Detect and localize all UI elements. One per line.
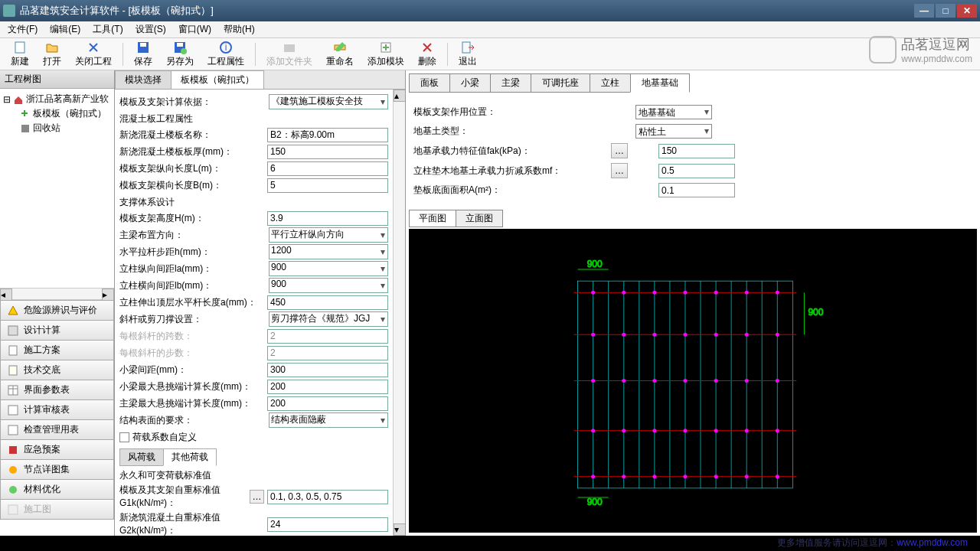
minimize-button[interactable]: — — [914, 4, 934, 18]
load-tab-wind[interactable]: 风荷载 — [119, 448, 164, 466]
nav-audit[interactable]: 计算审核表 — [0, 400, 114, 420]
rf-soil-select[interactable]: 粘性土 — [635, 124, 712, 139]
menu-settings[interactable]: 设置(S) — [131, 21, 171, 37]
menu-edit[interactable]: 编辑(E) — [45, 21, 85, 37]
cad-canvas[interactable]: 900 900 900 — [409, 229, 977, 533]
svg-point-48 — [776, 291, 779, 295]
nav-hazard[interactable]: 危险源辨识与评价 — [0, 300, 114, 321]
tb-new[interactable]: 新建 — [5, 39, 35, 70]
toolbar: 新建 打开 关闭工程 保存 另存为 i工程属性 添加文件夹 重命名 添加模块 删… — [0, 38, 980, 70]
nav-params[interactable]: 界面参数表 — [0, 380, 114, 400]
tb-saveas[interactable]: 另存为 — [160, 39, 200, 70]
rtab-xl[interactable]: 小梁 — [449, 73, 491, 93]
step-select[interactable]: 1200 — [269, 244, 388, 259]
rf-area-input[interactable] — [658, 183, 735, 197]
nav-inspect[interactable]: 检查管理用表 — [0, 420, 114, 440]
close-button[interactable]: ✕ — [957, 4, 977, 18]
rf-fak-btn[interactable]: … — [611, 143, 628, 158]
svg-point-69 — [776, 429, 779, 432]
g2-input[interactable] — [267, 517, 388, 532]
g1-input[interactable] — [267, 490, 388, 504]
recycle-icon — [20, 123, 31, 134]
mid-vscroll[interactable]: ▴▾ — [393, 90, 405, 536]
svg-point-58 — [652, 379, 656, 383]
svg-point-50 — [622, 333, 626, 337]
svg-point-21 — [9, 486, 17, 494]
rf-fak-input[interactable] — [658, 144, 735, 158]
ext-input[interactable] — [267, 295, 388, 310]
footer-link[interactable]: 更多增值服务请访问逗逗网：www.pmddw.com — [777, 536, 968, 549]
xlmax-input[interactable] — [267, 380, 388, 394]
surf-select[interactable]: 结构表面隐蔽 — [269, 412, 388, 428]
drawing-icon — [7, 504, 19, 516]
lb-select[interactable]: 900 — [269, 278, 388, 293]
nav-material[interactable]: 材料优化 — [0, 480, 114, 500]
menu-window[interactable]: 窗口(W) — [174, 21, 216, 37]
brace-select[interactable]: 剪刀撑符合《规范》JGJ — [269, 311, 388, 327]
lenL-input[interactable] — [267, 161, 388, 176]
maximize-button[interactable]: □ — [936, 4, 956, 18]
height-input[interactable] — [267, 211, 388, 226]
doc-icon — [7, 344, 19, 357]
tb-close[interactable]: 关闭工程 — [69, 39, 118, 70]
nav-detail[interactable]: 节点详图集 — [0, 460, 114, 480]
mid-tab-select[interactable]: 模块选择 — [115, 70, 172, 89]
vtab-plan[interactable]: 平面图 — [409, 210, 456, 227]
menu-help[interactable]: 帮助(H) — [219, 21, 260, 37]
svg-point-54 — [745, 333, 749, 337]
form-scroll[interactable]: 模板及支架计算依据：《建筑施工模板安全技 混凝土板工程属性 新浇混凝土楼板名称：… — [115, 90, 393, 536]
rtab-panel[interactable]: 面板 — [409, 73, 450, 93]
svg-point-46 — [714, 291, 718, 295]
tree-root[interactable]: ⊟浙江品茗高新产业软 — [3, 92, 111, 106]
rf-position-select[interactable]: 地基基础 — [635, 105, 712, 119]
vtab-elev[interactable]: 立面图 — [456, 210, 503, 227]
la-select[interactable]: 900 — [269, 261, 388, 276]
rf-mf-btn[interactable]: … — [611, 163, 628, 178]
project-tree[interactable]: ⊟浙江品茗高新产业软 板模板（碗扣式） 回收站 — [0, 89, 114, 288]
load-custom-checkbox[interactable] — [119, 432, 129, 442]
slab-thk-input[interactable] — [267, 145, 388, 159]
detail-icon — [7, 464, 19, 476]
home-icon — [13, 94, 24, 105]
g1-btn[interactable]: … — [250, 490, 264, 504]
lenB-input[interactable] — [267, 178, 388, 193]
tb-addmod[interactable]: 添加模块 — [361, 39, 410, 70]
right-form: 模板支架作用位置：地基基础 地基土类型：粘性土 地基承载力特征值fak(kPa)… — [406, 93, 980, 205]
rtab-zl[interactable]: 主梁 — [490, 73, 531, 93]
tb-rename[interactable]: 重命名 — [320, 39, 360, 70]
rtab-adj[interactable]: 可调托座 — [531, 73, 590, 93]
rf-mf-input[interactable] — [658, 164, 735, 178]
add-module-icon — [379, 41, 393, 54]
slab-name-input[interactable] — [267, 128, 388, 142]
svg-rect-13 — [8, 326, 18, 335]
svg-point-5 — [181, 48, 187, 54]
watermark-icon — [869, 36, 897, 64]
rtab-foundation[interactable]: 地基基础 — [630, 73, 690, 93]
tb-delete[interactable]: 删除 — [412, 39, 443, 70]
tb-exit[interactable]: 退出 — [452, 39, 483, 70]
tree-hscroll[interactable]: ◂▸ — [0, 288, 114, 300]
svg-point-57 — [622, 379, 626, 383]
menu-tool[interactable]: 工具(T) — [88, 21, 127, 37]
nav-emergency[interactable]: 应急预案 — [0, 440, 114, 460]
svg-point-44 — [652, 291, 656, 295]
svg-point-42 — [591, 291, 595, 295]
nav-plan[interactable]: 施工方案 — [0, 341, 114, 360]
rtab-col[interactable]: 立柱 — [590, 73, 631, 93]
tb-props[interactable]: i工程属性 — [201, 39, 250, 70]
dir-select[interactable]: 平行立杆纵向方向 — [269, 227, 388, 243]
tree-item-template[interactable]: 板模板（碗扣式） — [3, 106, 111, 121]
rename-icon — [333, 41, 347, 54]
tb-save[interactable]: 保存 — [128, 39, 158, 70]
tb-open[interactable]: 打开 — [37, 39, 67, 70]
xl-input[interactable] — [267, 363, 388, 377]
nav-design[interactable]: 设计计算 — [0, 321, 114, 341]
tree-item-recycle[interactable]: 回收站 — [3, 121, 111, 135]
basis-select[interactable]: 《建筑施工模板安全技 — [269, 94, 388, 109]
right-panel: 面板 小梁 主梁 可调托座 立柱 地基基础 模板支架作用位置：地基基础 地基土类… — [406, 70, 980, 536]
nav-tech[interactable]: 技术交底 — [0, 360, 114, 380]
menu-file[interactable]: 文件(F) — [3, 21, 42, 37]
mid-tab-template[interactable]: 板模板（碗扣式） — [171, 70, 264, 89]
zlmax-input[interactable] — [267, 396, 388, 411]
load-tab-other[interactable]: 其他荷载 — [163, 448, 217, 466]
